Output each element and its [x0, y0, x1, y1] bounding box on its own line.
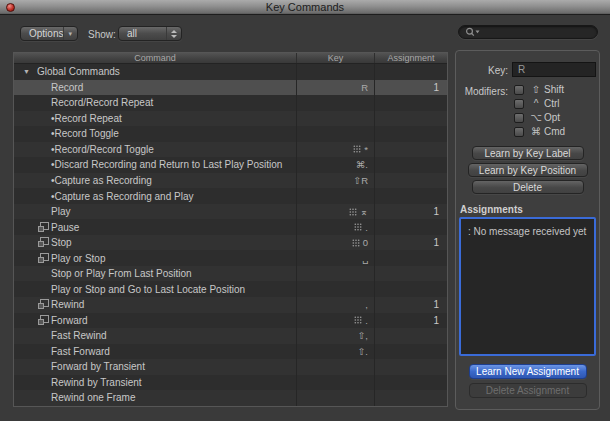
column-divider — [296, 64, 297, 406]
table-row[interactable]: •Record Repeat — [14, 111, 447, 127]
key-shortcut-text: , — [365, 299, 368, 310]
assignment-cell: 1 — [374, 237, 447, 248]
search-icon — [465, 27, 480, 38]
icon-placeholder — [37, 392, 51, 403]
ctrl-symbol-icon: ^ — [528, 98, 544, 109]
command-cell: Record/Record Repeat — [14, 97, 296, 108]
command-cell: Stop or Play From Last Position — [14, 268, 296, 279]
learn-by-key-position-button[interactable]: Learn by Key Position — [468, 163, 588, 177]
search-field[interactable] — [458, 25, 598, 39]
key-shortcut-text: ⇧, — [357, 330, 368, 341]
column-header-key[interactable]: Key — [296, 53, 374, 63]
table-row[interactable]: Forward by Transient — [14, 359, 447, 375]
table-row[interactable]: Play or Stop␣ — [14, 250, 447, 266]
key-label: Key: — [456, 65, 508, 76]
table-row[interactable]: •Capture as Recording⇧R — [14, 173, 447, 189]
key-cell: ␣ — [296, 253, 374, 264]
assignments-box[interactable]: : No message received yet — [459, 217, 596, 356]
numpad-icon — [354, 223, 362, 231]
show-filter-value: all — [127, 28, 137, 39]
key-shortcut-text: * — [364, 144, 368, 155]
ctrl-label: Ctrl — [544, 98, 560, 109]
table-row[interactable]: Play or Stop and Go to Last Locate Posit… — [14, 281, 447, 297]
icon-placeholder — [37, 268, 51, 279]
table-row[interactable]: •Capture as Recording and Play — [14, 188, 447, 204]
key-cell: ⇧. — [296, 346, 374, 357]
key-cell: * — [296, 144, 374, 155]
icon-placeholder — [37, 377, 51, 388]
command-label: •Capture as Recording and Play — [51, 191, 193, 202]
table-row[interactable]: Stop or Play From Last Position — [14, 266, 447, 282]
key-cell: ⌅ — [296, 206, 374, 217]
delete-button[interactable]: Delete — [472, 180, 584, 194]
key-input[interactable]: R — [512, 62, 596, 77]
assignment-cell: 1 — [374, 206, 447, 217]
command-cell: Forward by Transient — [14, 361, 296, 372]
table-row[interactable]: •Record Toggle — [14, 126, 447, 142]
table-row[interactable]: Rewind,1 — [14, 297, 447, 313]
command-cell: ▼Global Commands — [14, 66, 296, 77]
table-row[interactable]: Record/Record Repeat — [14, 95, 447, 111]
title-bar[interactable]: Key Commands — [0, 0, 610, 15]
modifier-row-cmd: ⌘ Cmd — [514, 126, 565, 137]
assignments-label: Assignments — [460, 204, 523, 215]
icon-placeholder — [37, 128, 51, 139]
key-cell: 0 — [296, 237, 374, 248]
command-label: Pause — [51, 222, 79, 233]
icon-placeholder — [37, 191, 51, 202]
assignment-cell: 1 — [374, 299, 447, 310]
table-row[interactable]: Fast Rewind⇧, — [14, 328, 447, 344]
command-cell: Play — [14, 206, 296, 217]
key-shortcut-text: 0 — [363, 237, 368, 248]
table-header: Command Key Assignment — [14, 53, 447, 64]
learn-new-assignment-button[interactable]: Learn New Assignment — [469, 364, 587, 379]
disclosure-triangle-icon[interactable]: ▼ — [23, 68, 37, 75]
command-cell: •Discard Recording and Return to Last Pl… — [14, 159, 296, 170]
key-shortcut-text: ⌘. — [356, 159, 368, 170]
key-cell: . — [296, 315, 374, 326]
key-shortcut-text: R — [361, 82, 368, 93]
table-row[interactable]: RecordR1 — [14, 80, 447, 96]
key-cell: ⇧, — [296, 330, 374, 341]
modifier-row-shift: ⇧ Shift — [514, 84, 564, 95]
column-header-command[interactable]: Command — [14, 53, 296, 63]
command-cell: •Record/Record Toggle — [14, 144, 296, 155]
table-row[interactable]: •Record/Record Toggle* — [14, 142, 447, 158]
numpad-icon — [349, 208, 357, 216]
key-cell: . — [296, 222, 374, 233]
ctrl-checkbox[interactable] — [514, 99, 524, 109]
command-label: •Capture as Recording — [51, 175, 152, 186]
search-input[interactable] — [483, 26, 591, 38]
table-row[interactable]: Rewind one Frame — [14, 390, 447, 406]
key-shortcut-text: . — [365, 315, 368, 326]
controller-assignment-icon — [37, 253, 51, 264]
command-cell: Forward — [14, 315, 296, 326]
column-header-assignment[interactable]: Assignment — [374, 53, 447, 63]
table-group-row[interactable]: ▼Global Commands — [14, 64, 447, 80]
controller-assignment-icon — [37, 222, 51, 233]
learn-by-key-label-button[interactable]: Learn by Key Label — [472, 146, 584, 160]
chevron-down-icon: ▾ — [63, 27, 77, 40]
table-row[interactable]: Forward.1 — [14, 313, 447, 329]
options-button[interactable]: Options ▾ — [20, 26, 78, 41]
icon-placeholder — [37, 82, 51, 93]
opt-checkbox[interactable] — [514, 113, 524, 123]
numpad-icon — [353, 145, 361, 153]
table-row[interactable]: Pause. — [14, 219, 447, 235]
popup-stepper-icon — [166, 27, 181, 40]
show-filter-popup[interactable]: all — [118, 26, 182, 41]
cmd-checkbox[interactable] — [514, 127, 524, 137]
shift-checkbox[interactable] — [514, 85, 524, 95]
delete-assignment-button[interactable]: Delete Assignment — [469, 383, 587, 398]
table-row[interactable]: Play⌅1 — [14, 204, 447, 220]
command-label: •Record Repeat — [51, 113, 122, 124]
table-row[interactable]: Fast Forward⇧. — [14, 344, 447, 360]
opt-symbol-icon: ⌥ — [528, 112, 544, 123]
table-row[interactable]: Stop01 — [14, 235, 447, 251]
command-label: Play — [51, 206, 70, 217]
icon-placeholder — [37, 346, 51, 357]
command-label: Global Commands — [37, 66, 120, 77]
key-commands-window: Key Commands Options ▾ Show: all Command… — [0, 0, 610, 421]
table-row[interactable]: •Discard Recording and Return to Last Pl… — [14, 157, 447, 173]
table-row[interactable]: Rewind by Transient — [14, 375, 447, 391]
